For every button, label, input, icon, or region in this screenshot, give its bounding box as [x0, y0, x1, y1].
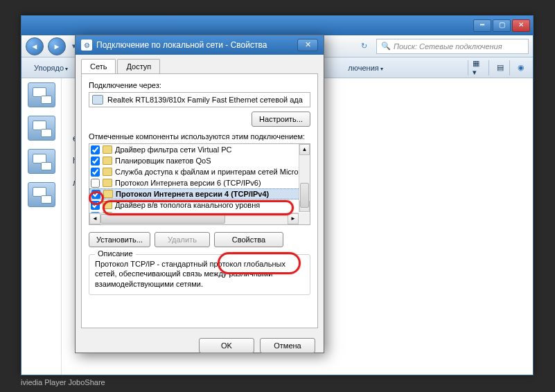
search-icon: 🔍: [381, 42, 391, 51]
remove-button: Удалить: [155, 232, 210, 247]
component-label: Драйвер в/в тополога канального уровня: [115, 201, 260, 209]
tab-network[interactable]: Сеть: [81, 59, 116, 73]
network-adapter-icon[interactable]: [28, 82, 55, 107]
component-checkbox[interactable]: [91, 168, 100, 177]
scroll-thumb[interactable]: [100, 214, 225, 224]
adapter-icon: [92, 95, 103, 105]
dialog-titlebar: ⚙ Подключение по локальной сети - Свойст…: [76, 35, 324, 55]
component-item[interactable]: Драйвер фильтра сети Virtual PC: [89, 144, 310, 155]
view-icon[interactable]: ▦ ▾: [468, 60, 486, 75]
protocol-icon: [103, 145, 112, 154]
help-icon[interactable]: ◉: [509, 60, 527, 75]
scroll-up-icon[interactable]: ▲: [299, 144, 310, 155]
component-item[interactable]: Протокол Интернета версии 6 (TCP/IPv6): [89, 177, 310, 188]
tab-strip: Сеть Доступ: [76, 55, 324, 73]
protocol-icon: [103, 179, 112, 187]
connections-menu[interactable]: лючения: [341, 61, 390, 75]
protocol-icon: [103, 201, 112, 209]
scroll-left-icon[interactable]: ◄: [89, 213, 100, 224]
protocol-icon: [103, 157, 112, 165]
protocol-icon: [103, 168, 112, 176]
connect-via-label: Подключение через:: [89, 81, 310, 89]
preview-icon[interactable]: ▤: [488, 60, 506, 75]
component-checkbox[interactable]: [91, 201, 100, 210]
component-label: Протокол Интернета версии 6 (TCP/IPv6): [115, 179, 261, 187]
horizontal-scrollbar[interactable]: ◄ ►: [89, 213, 299, 224]
dialog-title-text: Подключение по локальной сети - Свойства: [96, 40, 267, 50]
component-label: Служба доступа к файлам и принтерам сете…: [115, 168, 299, 176]
component-checkbox[interactable]: [91, 157, 100, 166]
network-adapter-icon[interactable]: [28, 116, 55, 141]
adapter-field: Realtek RTL8139/810x Family Fast Etherne…: [89, 92, 310, 107]
component-checkbox[interactable]: [91, 179, 100, 188]
properties-dialog: ⚙ Подключение по локальной сети - Свойст…: [75, 35, 324, 353]
component-label: Планировщик пакетов QoS: [115, 157, 211, 165]
component-item[interactable]: Планировщик пакетов QoS: [89, 155, 310, 166]
maximize-button[interactable]: ▢: [493, 19, 511, 32]
back-button[interactable]: ◄: [26, 37, 44, 55]
component-item[interactable]: Протокол Интернета версии 4 (TCP/IPv4): [89, 188, 310, 199]
connection-icons: [21, 78, 62, 375]
description-group: Описание Протокол TCP/IP - стандартный п…: [89, 254, 310, 295]
description-legend: Описание: [95, 249, 136, 258]
close-button[interactable]: ✕: [512, 19, 530, 32]
cancel-button[interactable]: Отмена: [260, 338, 315, 353]
search-placeholder: Поиск: Сетевые подключения: [394, 42, 502, 51]
components-listbox[interactable]: Драйвер фильтра сети Virtual PCПланировщ…: [89, 143, 310, 225]
vertical-scrollbar[interactable]: ▲ ▼: [299, 144, 310, 212]
minimize-button[interactable]: ━: [473, 19, 491, 32]
component-label: Протокол Интернета версии 4 (TCP/IPv4): [116, 190, 269, 198]
component-checkbox[interactable]: [91, 145, 100, 154]
component-label: Драйвер фильтра сети Virtual PC: [115, 145, 231, 154]
network-adapter-icon[interactable]: [28, 149, 55, 174]
organize-menu[interactable]: Упорядо: [27, 61, 75, 75]
dialog-icon: ⚙: [81, 39, 92, 51]
search-input[interactable]: 🔍 Поиск: Сетевые подключения: [376, 39, 529, 54]
taskbar-text: iviedia Player JoboShare: [21, 378, 105, 386]
tab-panel: Подключение через: Realtek RTL8139/810x …: [81, 73, 318, 328]
network-adapter-icon[interactable]: [28, 182, 55, 207]
scroll-thumb[interactable]: [300, 183, 309, 208]
configure-button[interactable]: Настроить...: [252, 112, 310, 127]
component-item[interactable]: Драйвер в/в тополога канального уровня: [89, 199, 310, 211]
scroll-right-icon[interactable]: ►: [288, 213, 299, 224]
components-label: Отмеченные компоненты используются этим …: [89, 132, 310, 141]
protocol-icon: [103, 190, 113, 198]
explorer-titlebar: ━ ▢ ✕: [21, 16, 533, 35]
forward-button[interactable]: ►: [48, 37, 66, 55]
properties-button[interactable]: Свойства: [214, 232, 283, 247]
tab-access[interactable]: Доступ: [117, 59, 160, 73]
install-button[interactable]: Установить...: [89, 232, 150, 247]
description-text: Протокол TCP/IP - стандартный протокол г…: [95, 259, 304, 289]
dialog-footer: OK Отмена: [76, 334, 324, 360]
dialog-close-button[interactable]: ✕: [297, 39, 318, 51]
adapter-name: Realtek RTL8139/810x Family Fast Etherne…: [107, 96, 303, 104]
component-checkbox[interactable]: [91, 190, 100, 199]
ok-button[interactable]: OK: [199, 338, 254, 353]
refresh-icon[interactable]: ↻: [355, 38, 372, 55]
component-item[interactable]: Служба доступа к файлам и принтерам сете…: [89, 166, 310, 177]
